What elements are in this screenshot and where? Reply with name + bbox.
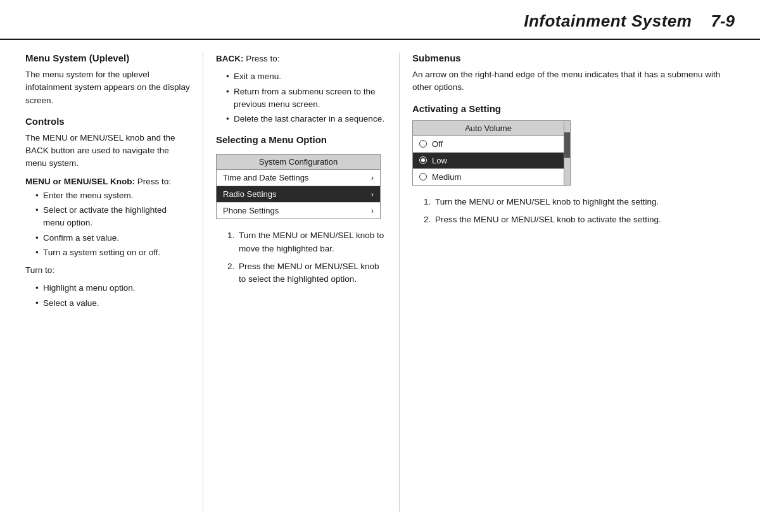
submenus-heading: Submenus (412, 53, 735, 63)
mockup-row-2: Radio Settings › (217, 186, 380, 203)
press-bullet-4: Turn a system setting on or off. (35, 246, 190, 259)
mockup-row-1: Time and Date Settings › (217, 170, 380, 186)
middle-steps-list: Turn the MENU or MENU/SEL knob to move t… (227, 229, 386, 286)
av-radio-low (419, 156, 427, 164)
page-header: Infotainment System 7-9 (0, 0, 760, 40)
mockup-row-2-arrow: › (371, 190, 374, 199)
back-bullet-3: Delete the last character in a sequence. (226, 113, 386, 125)
right-steps-list: Turn the MENU or MENU/SEL knob to highli… (424, 196, 735, 227)
back-keyword: BACK: (216, 54, 244, 63)
submenus-text: An arrow on the right-hand edge of the m… (412, 68, 735, 94)
av-label-low: Low (432, 156, 447, 165)
press-bullet-3: Confirm a set value. (35, 232, 190, 244)
main-heading: Menu System (Uplevel) (25, 53, 190, 63)
av-row-off: Off (413, 136, 564, 153)
turn-label: Turn to: (25, 264, 190, 277)
right-step-2: Press the MENU or MENU/SEL knob to activ… (424, 213, 735, 226)
av-radio-off (419, 140, 427, 148)
right-step-1: Turn the MENU or MENU/SEL knob to highli… (424, 196, 735, 208)
av-scrollbar (564, 120, 571, 186)
av-row-low: Low (413, 153, 564, 169)
header-title: Infotainment System (524, 11, 692, 31)
middle-step-1: Turn the MENU or MENU/SEL knob to move t… (227, 229, 386, 255)
mockup-row-3-label: Phone Settings (223, 206, 279, 215)
header-page-num: 7-9 (711, 11, 735, 31)
turn-bullets-list: Highlight a menu option. Select a value. (35, 282, 190, 310)
page-container: Infotainment System 7-9 Menu System (Upl… (0, 0, 760, 532)
mockup-row-3-arrow: › (371, 206, 374, 215)
activating-heading: Activating a Setting (412, 103, 735, 114)
turn-bullet-1: Highlight a menu option. (35, 282, 190, 294)
mockup-row-3: Phone Settings › (217, 203, 380, 218)
av-label-off: Off (432, 139, 443, 149)
col-right: Submenus An arrow on the right-hand edge… (399, 53, 735, 512)
col-left: Menu System (Uplevel) The menu system fo… (25, 53, 203, 512)
select-heading: Selecting a Menu Option (216, 134, 386, 145)
auto-volume-mockup: Auto Volume Off Low Medium (412, 120, 564, 186)
mockup-row-2-label: Radio Settings (223, 189, 277, 199)
press-bullet-1: Enter the menu system. (35, 189, 190, 202)
turn-bullet-2: Select a value. (35, 297, 190, 310)
mockup-header: System Configuration (217, 155, 380, 170)
content-area: Menu System (Uplevel) The menu system fo… (0, 40, 760, 524)
press-bullets-list: Enter the menu system. Select or activat… (35, 189, 190, 259)
controls-text: The MENU or MENU/SEL knob and the BACK b… (25, 132, 190, 170)
av-mockup-header: Auto Volume (413, 121, 564, 136)
auto-volume-mockup-wrapper: Auto Volume Off Low Medium (412, 120, 571, 186)
mockup-row-1-arrow: › (371, 174, 374, 182)
back-bullets-list: Exit a menu. Return from a submenu scree… (226, 70, 386, 125)
menu-knob-sub: Press to: (137, 177, 171, 186)
col-middle: BACK: Press to: Exit a menu. Return from… (203, 53, 399, 512)
system-config-mockup: System Configuration Time and Date Setti… (216, 154, 381, 219)
back-intro: Press to: (246, 54, 279, 63)
av-label-medium: Medium (432, 172, 461, 182)
av-radio-medium (419, 173, 427, 180)
menu-knob-heading: MENU or MENU/SEL Knob: (25, 177, 135, 186)
press-bullet-2: Select or activate the highlighted menu … (35, 204, 190, 230)
intro-text: The menu system for the uplevel infotain… (25, 68, 190, 107)
controls-heading: Controls (25, 116, 190, 127)
back-bullet-1: Exit a menu. (226, 70, 386, 83)
back-bullet-2: Return from a submenu screen to the prev… (226, 86, 386, 111)
av-scrollbar-thumb (564, 132, 570, 158)
middle-step-2: Press the MENU or MENU/SEL knob to selec… (227, 260, 386, 286)
mockup-row-1-label: Time and Date Settings (223, 173, 308, 182)
av-row-medium: Medium (413, 169, 564, 185)
